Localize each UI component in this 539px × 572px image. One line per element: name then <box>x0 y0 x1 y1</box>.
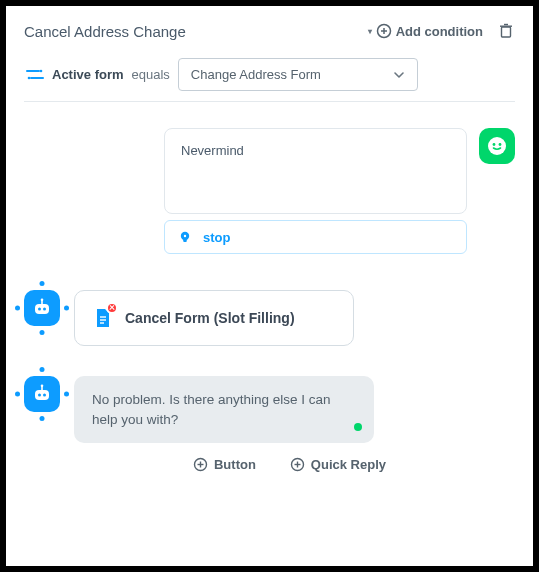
add-quick-reply-action[interactable]: Quick Reply <box>290 457 386 472</box>
plus-circle-icon <box>376 23 392 39</box>
add-condition-button[interactable]: ▾ Add condition <box>368 23 483 39</box>
messages-area: Nevermind stop <box>24 128 515 472</box>
action-label: Cancel Form (Slot Filling) <box>125 310 295 326</box>
handle-left[interactable] <box>15 392 20 397</box>
svg-point-11 <box>493 143 496 146</box>
bot-avatar-wrap <box>24 290 60 326</box>
condition-field: Active form <box>52 67 124 82</box>
chevron-down-icon <box>393 69 405 81</box>
user-face-icon <box>486 135 508 157</box>
plus-circle-icon <box>193 457 208 472</box>
cancel-badge-icon <box>106 302 118 314</box>
bot-avatar-wrap <box>24 376 60 412</box>
robot-icon <box>30 382 54 406</box>
svg-point-26 <box>43 394 46 397</box>
svg-point-28 <box>41 385 44 388</box>
handle-top[interactable] <box>40 281 45 286</box>
footer-actions: Button Quick Reply <box>24 457 515 472</box>
intent-card[interactable]: stop <box>164 220 467 254</box>
svg-point-10 <box>488 137 506 155</box>
add-button-action[interactable]: Button <box>193 457 256 472</box>
svg-point-25 <box>38 394 41 397</box>
handle-bottom[interactable] <box>40 416 45 421</box>
svg-point-15 <box>184 235 186 237</box>
svg-point-20 <box>41 299 44 302</box>
quick-reply-label: Quick Reply <box>311 457 386 472</box>
bot-avatar <box>24 376 60 412</box>
condition-operator: equals <box>132 67 170 82</box>
user-avatar <box>479 128 515 164</box>
svg-point-9 <box>28 76 31 79</box>
condition-row: Active form equals Change Address Form <box>24 58 515 91</box>
trash-icon <box>497 22 515 40</box>
dialog-title: Cancel Address Change <box>24 23 186 40</box>
header: Cancel Address Change ▾ Add condition <box>24 22 515 40</box>
svg-rect-24 <box>35 390 49 400</box>
handle-bottom[interactable] <box>40 330 45 335</box>
handle-left[interactable] <box>15 306 20 311</box>
user-message-row: Nevermind <box>24 128 515 214</box>
handle-right[interactable] <box>64 392 69 397</box>
plus-circle-icon <box>290 457 305 472</box>
bot-reply-bubble[interactable]: No problem. Is there anything else I can… <box>74 376 374 443</box>
caret-down-icon: ▾ <box>368 27 372 36</box>
lightbulb-icon <box>177 229 193 245</box>
header-actions: ▾ Add condition <box>368 22 515 40</box>
bot-avatar <box>24 290 60 326</box>
robot-icon <box>30 296 54 320</box>
handle-top[interactable] <box>40 367 45 372</box>
divider <box>24 101 515 102</box>
dialog-editor-panel: Cancel Address Change ▾ Add condition <box>6 6 533 566</box>
intent-label: stop <box>203 230 230 245</box>
user-message-bubble[interactable]: Nevermind <box>164 128 467 214</box>
svg-rect-14 <box>183 240 186 243</box>
svg-rect-16 <box>35 304 49 314</box>
condition-value-label: Change Address Form <box>191 67 321 82</box>
add-condition-label: Add condition <box>396 24 483 39</box>
filter-icon <box>26 68 44 82</box>
bot-reply-text: No problem. Is there anything else I can… <box>92 392 331 427</box>
bot-reply-row: No problem. Is there anything else I can… <box>24 376 515 443</box>
svg-point-18 <box>43 308 46 311</box>
action-card[interactable]: Cancel Form (Slot Filling) <box>74 290 354 346</box>
doc-icon-wrap <box>93 307 113 329</box>
svg-point-7 <box>40 69 43 72</box>
condition-value-select[interactable]: Change Address Form <box>178 58 418 91</box>
button-label: Button <box>214 457 256 472</box>
svg-rect-3 <box>502 27 511 37</box>
delete-button[interactable] <box>497 22 515 40</box>
handle-right[interactable] <box>64 306 69 311</box>
bot-action-row: Cancel Form (Slot Filling) <box>24 290 515 346</box>
status-dot <box>354 423 362 431</box>
svg-point-12 <box>499 143 502 146</box>
user-message-text: Nevermind <box>181 143 244 158</box>
svg-point-17 <box>38 308 41 311</box>
